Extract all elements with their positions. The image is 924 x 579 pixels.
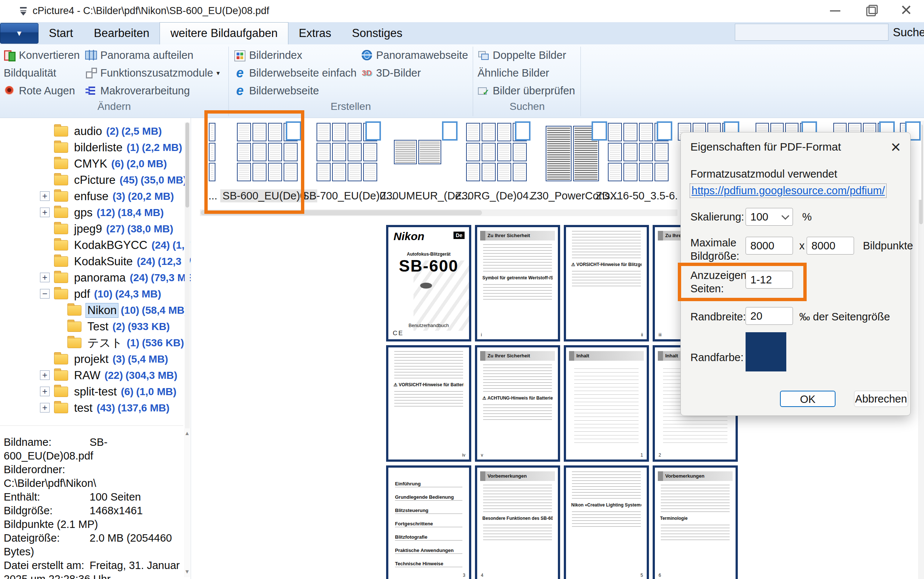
folder-name[interactable]: Test (86, 320, 110, 334)
pdf-page[interactable]: Vorbemerkungen Terminologie 6 (653, 465, 738, 579)
tree-item[interactable]: KodakBGYCC (24) (1,7 MB) (0, 237, 185, 254)
scroll-down-icon[interactable]: ▼ (184, 568, 190, 574)
properties-scrollbar[interactable]: ▲ ▼ (184, 429, 190, 577)
folder-name[interactable]: KodakBGYCC (72, 238, 149, 252)
pdf-thumbnail[interactable]: Z30RG_(De)04.... (465, 122, 531, 202)
selection-checkbox[interactable] (442, 121, 457, 141)
contact-sheet[interactable] (236, 122, 301, 185)
folder-name[interactable]: audio (72, 124, 104, 138)
tree-item[interactable]: bilderliste (1) (2,2 MB) (0, 139, 185, 156)
ribbon-item-bilderwebseite[interactable]: Bilderwebseite (234, 83, 319, 98)
border-color-swatch[interactable] (745, 332, 786, 371)
tree-item[interactable]: + gps (12) (18,4 MB) (0, 204, 185, 221)
tree-item[interactable]: + panorama (24) (79,3 MB) (0, 270, 185, 286)
pdf-thumbnail[interactable]: SB-700_EU(De)0... (316, 122, 381, 202)
max-width-field[interactable] (745, 237, 793, 255)
selection-checkbox[interactable] (591, 121, 607, 141)
pdf-page[interactable]: ⚠ VORSICHT-Hinweise für Blitzgeräte ii (564, 225, 649, 342)
ribbon-item-rote-augen[interactable]: Rote Augen (4, 83, 75, 98)
ribbon-item-bilderindex[interactable]: Bilderindex (234, 47, 302, 63)
folder-name[interactable]: bilderliste (72, 141, 124, 155)
scrollbar-thumb[interactable] (201, 210, 482, 215)
tree-item[interactable]: Test (2) (933 KB) (0, 319, 185, 335)
cancel-button[interactable]: Abbrechen (854, 391, 908, 407)
folder-name[interactable]: RAW (72, 368, 102, 383)
search-label[interactable]: Suchen (893, 26, 924, 39)
search-input[interactable] (735, 24, 888, 41)
expander-icon[interactable]: + (40, 370, 49, 380)
pages-to-show-field[interactable] (745, 271, 793, 289)
pdf-page[interactable]: Nikon «Creative Lighting System» 5 (564, 465, 649, 579)
pdf-page[interactable]: Inhalt 1 (564, 345, 649, 462)
max-height-field[interactable] (807, 237, 854, 255)
dialog-close-icon[interactable]: × (891, 137, 901, 157)
tree-item[interactable]: jpeg9 (27) (38,0 MB) (0, 221, 185, 237)
ribbon-item-bilder-ueberpruefen[interactable]: Bilder überprüfen (478, 83, 575, 98)
tree-item[interactable]: テスト (1) (536 KB) (0, 335, 185, 351)
ribbon-item-bildqualitaet[interactable]: Bildqualität (4, 65, 56, 81)
tree-item[interactable]: + split-test (6) (1,0 MB) (0, 384, 185, 400)
menu-tab[interactable]: weitere Bildaufgaben (159, 22, 288, 45)
contact-sheet[interactable] (316, 122, 381, 185)
pdf-page[interactable]: Einführung Grundlegende Bedienung Blitzs… (386, 465, 471, 579)
ribbon-item-aehnliche-bilder[interactable]: Ähnliche Bilder (478, 65, 549, 81)
restore-icon[interactable] (860, 2, 881, 19)
ok-button[interactable]: OK (780, 391, 836, 407)
menu-tab[interactable]: Start (38, 22, 83, 44)
pdf-page[interactable]: ⚠ VORSICHT-Hinweise für Batterien iv (386, 345, 471, 462)
folder-name[interactable]: cPicture (72, 173, 117, 187)
tree-item[interactable]: audio (2) (2,5 MB) (0, 123, 185, 139)
expander-icon[interactable]: + (40, 191, 49, 201)
selection-checkbox[interactable] (365, 121, 381, 141)
menu-tab[interactable]: Extras (288, 22, 342, 44)
folder-name[interactable]: enfuse (72, 190, 110, 203)
contact-sheet[interactable] (607, 122, 672, 185)
ribbon-item-panorama-aufteilen[interactable]: Panorama aufteilen (85, 47, 193, 63)
folder-name[interactable]: split-test (72, 385, 118, 399)
tree-item[interactable]: Nikon (10) (58,4 MB) (0, 302, 185, 319)
folder-name[interactable]: test (72, 401, 94, 415)
ribbon-item-konvertieren[interactable]: Konvertieren (4, 47, 80, 63)
menu-tab[interactable]: Bearbeiten (83, 22, 159, 44)
folder-name[interactable]: Nikon (86, 303, 118, 317)
expander-icon[interactable]: + (40, 403, 49, 412)
tree-item[interactable]: + test (43) (137,6 MB) (0, 400, 185, 416)
ribbon-item-makroverarbeitung[interactable]: Makroverarbeitung (85, 83, 190, 98)
tree-item[interactable]: − pdf (10) (24,3 MB) (0, 286, 185, 302)
selection-checkbox[interactable] (657, 121, 672, 141)
folder-name[interactable]: pdf (72, 287, 92, 301)
folder-name[interactable]: CMYK (72, 157, 109, 171)
tree-item[interactable]: CMYK (6) (2,0 MB) (0, 156, 185, 172)
pdf-thumbnail[interactable]: ZDX16-50_3.5-6... (607, 122, 672, 202)
tree-item[interactable]: cPicture (45) (35,0 MB) (0, 172, 185, 188)
selection-checkbox[interactable] (515, 121, 531, 141)
scaling-dropdown[interactable]: 100 (745, 208, 793, 226)
pdf-page[interactable]: Vorbemerkungen Besondere Funktionen des … (475, 465, 560, 579)
app-menu-button[interactable]: ▼ (0, 23, 38, 44)
scroll-up-icon[interactable]: ▲ (184, 430, 190, 436)
ribbon-item-funktionszusatzmodule[interactable]: Funktionszusatzmodule▼ (85, 65, 221, 81)
contact-sheet[interactable] (208, 122, 218, 185)
expander-icon[interactable]: + (40, 387, 49, 396)
contact-sheet[interactable] (392, 122, 457, 185)
tree-item[interactable]: + enfuse (3) (20,2 MB) (0, 188, 185, 204)
minimize-icon[interactable] (825, 2, 845, 19)
folder-name[interactable]: panorama (72, 271, 127, 285)
tree-item[interactable]: + RAW (22) (304,3 MB) (0, 367, 185, 384)
pdfium-link[interactable]: https://pdfium.googlesource.com/pdfium/ (690, 183, 886, 198)
thumbnail-label[interactable]: ... (206, 190, 220, 202)
selection-checkbox[interactable] (286, 121, 301, 141)
pdf-page[interactable]: Zu Ihrer Sicherheit Symbol für getrennte… (475, 225, 560, 342)
expander-icon[interactable]: − (40, 289, 49, 299)
folder-name[interactable]: jpeg9 (72, 222, 104, 236)
ribbon-item-bilderwebseite-einfach[interactable]: Bilderwebseite einfach (234, 65, 357, 81)
contact-sheet[interactable] (542, 122, 607, 185)
pdf-thumbnail[interactable]: SB-600_EU(De)0... (236, 122, 301, 202)
border-width-field[interactable] (745, 307, 793, 325)
thumbnail-label[interactable]: ZDX16-50_3.5-6... (593, 190, 686, 202)
folder-name[interactable]: KodakSuite (72, 255, 134, 268)
pdf-thumbnail[interactable]: ... (208, 122, 218, 202)
ribbon-item-doppelte-bilder[interactable]: Doppelte Bilder (478, 47, 566, 63)
tree-item[interactable]: projekt (3) (5,4 MB) (0, 351, 185, 367)
pdf-page[interactable]: Nikon De Autofokus-Blitzgerät SB-600 Ben… (386, 225, 471, 342)
